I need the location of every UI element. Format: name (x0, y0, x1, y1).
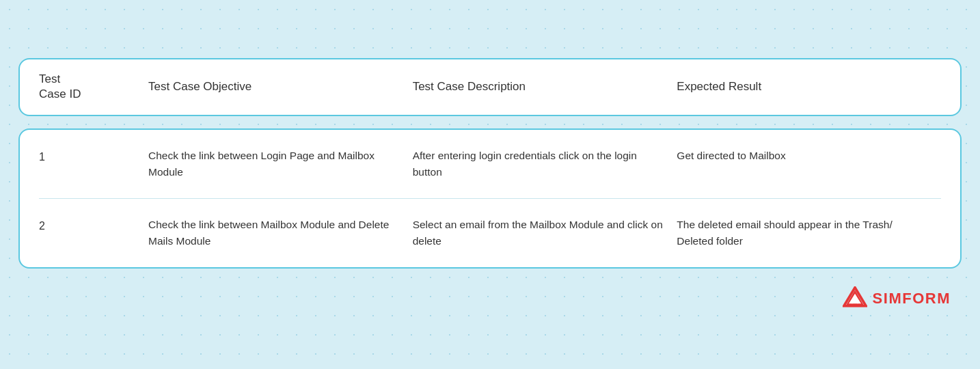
row1-id: 1 (39, 148, 148, 166)
header-case-id: Test Case ID (39, 72, 148, 102)
row2-expected: The deleted email should appear in the T… (677, 217, 941, 249)
table-row: 1 Check the link between Login Page and … (39, 130, 941, 199)
header-objective: Test Case Objective (148, 79, 413, 94)
page-wrapper: Test Case ID Test Case Objective Test Ca… (18, 58, 962, 310)
simform-logo-icon (843, 286, 867, 311)
header-card: Test Case ID Test Case Objective Test Ca… (18, 58, 962, 115)
header-expected: Expected Result (677, 79, 941, 94)
row1-objective: Check the link between Login Page and Ma… (148, 148, 413, 180)
table-row: 2 Check the link between Mailbox Module … (39, 199, 941, 267)
row2-objective: Check the link between Mailbox Module an… (148, 217, 413, 249)
data-card: 1 Check the link between Login Page and … (18, 128, 962, 269)
row2-id: 2 (39, 217, 148, 235)
header-row: Test Case ID Test Case Objective Test Ca… (39, 72, 941, 102)
row1-description: After entering login credentials click o… (413, 148, 677, 180)
row2-description: Select an email from the Mailbox Module … (413, 217, 677, 249)
logo-area: SIMFORM (18, 281, 962, 311)
row1-expected: Get directed to Mailbox (677, 148, 941, 164)
header-description: Test Case Description (413, 79, 677, 94)
simform-logo-text: SIMFORM (873, 290, 951, 308)
